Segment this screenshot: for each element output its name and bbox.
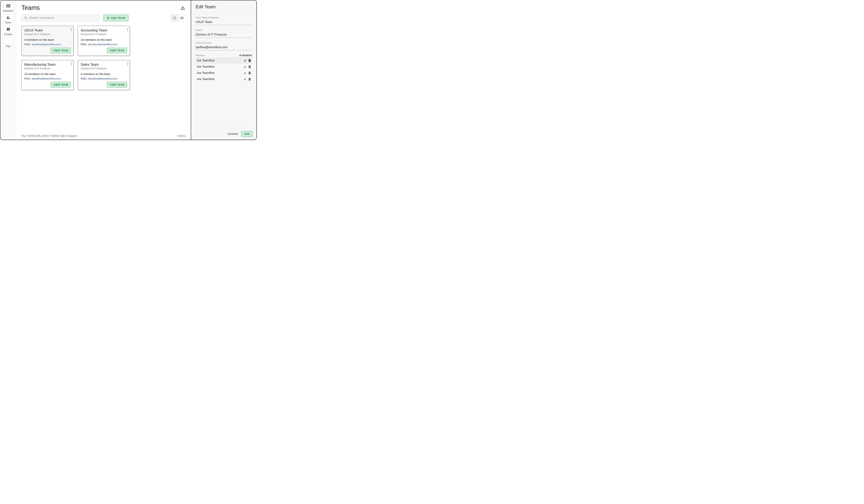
- cancel-button[interactable]: CANCEL: [228, 133, 239, 135]
- card-poc-email[interactable]: aliceflow@teamflow.com: [32, 77, 61, 80]
- trash-icon[interactable]: [248, 59, 251, 62]
- edit-icon[interactable]: [244, 59, 247, 62]
- member-row[interactable]: Joe Teamflow: [196, 70, 252, 76]
- search-icon: [24, 16, 27, 20]
- app-frame: Swimlanes Teams Contacts Orgs Teams: [0, 0, 257, 140]
- svg-point-34: [127, 62, 128, 63]
- view-list-button[interactable]: [178, 15, 185, 21]
- sector-input[interactable]: [196, 32, 252, 38]
- member-name: Joe Teamflow: [197, 59, 215, 62]
- trash-icon[interactable]: [248, 78, 251, 81]
- edit-icon[interactable]: [244, 72, 247, 74]
- card-menu-icon[interactable]: [127, 62, 128, 65]
- svg-point-14: [174, 16, 175, 17]
- view-team-button[interactable]: VIEW TEAM: [51, 48, 71, 53]
- svg-point-27: [71, 31, 72, 31]
- nav-item-teams[interactable]: Teams: [2, 14, 15, 24]
- poc-label: Point of Contact: [196, 41, 252, 44]
- member-row[interactable]: Joe Teamflow: [196, 64, 252, 70]
- nav-label: Teams: [5, 22, 11, 24]
- view-team-button[interactable]: VIEW TEAM: [51, 82, 71, 87]
- trash-icon[interactable]: [248, 72, 251, 74]
- view-toggle: [171, 15, 185, 21]
- team-card[interactable]: UI/UX Team Division of IT Products 4 mem…: [21, 26, 74, 56]
- card-menu-icon[interactable]: [127, 28, 128, 31]
- page-title: Teams: [21, 4, 40, 11]
- nav-label: Swimlanes: [3, 10, 13, 12]
- svg-rect-50: [249, 78, 250, 78]
- svg-rect-1: [8, 4, 9, 7]
- svg-rect-40: [249, 59, 251, 60]
- svg-point-4: [8, 16, 9, 17]
- card-menu-icon[interactable]: [71, 28, 72, 31]
- poc-input[interactable]: [196, 45, 252, 50]
- svg-point-26: [71, 29, 72, 30]
- team-name-input[interactable]: [196, 20, 252, 25]
- card-title: Manufacturing Team: [24, 62, 71, 67]
- card-subtitle: Division of IT Products: [24, 67, 71, 70]
- main-footer: Top = farthest left, bottom = farthest r…: [21, 133, 185, 137]
- svg-rect-44: [249, 65, 250, 66]
- team-cards-grid: UI/UX Team Division of IT Products 4 mem…: [21, 26, 185, 90]
- svg-point-21: [175, 19, 176, 19]
- card-poc-label: POC:: [24, 77, 32, 80]
- card-poc-label: POC:: [81, 77, 88, 80]
- add-member-label: MEMBER: [242, 54, 252, 57]
- field-team-name: Team Name (Required): [196, 16, 252, 25]
- svg-line-10: [26, 19, 27, 19]
- page-header: Teams: [21, 4, 185, 11]
- card-poc-label: POC:: [81, 43, 88, 46]
- svg-point-15: [175, 16, 176, 17]
- team-card[interactable]: Accounting Team Division of IT Products …: [78, 26, 130, 56]
- svg-point-6: [8, 29, 9, 29]
- card-subtitle: Division of IT Products: [81, 33, 127, 36]
- search-input-wrap[interactable]: [21, 14, 99, 21]
- nav-item-orgs[interactable]: Orgs: [2, 38, 15, 47]
- add-button[interactable]: ADD: [241, 131, 253, 137]
- team-card[interactable]: Sales Team Division of IT Products 4 mem…: [78, 60, 130, 90]
- member-row[interactable]: Joe Teamflow: [196, 76, 252, 82]
- view-grid-button[interactable]: [171, 15, 178, 21]
- svg-rect-7: [8, 28, 8, 28]
- card-poc: POC: aliceflow@teamflow.com: [81, 43, 127, 46]
- svg-rect-45: [249, 72, 251, 74]
- nav-item-contacts[interactable]: Contacts: [2, 26, 15, 36]
- card-poc-email[interactable]: aliceflow@teamflow.com: [88, 43, 117, 46]
- field-poc: Point of Contact: [196, 41, 252, 50]
- edit-team-panel: Edit Team Team Name (Required) Sector Po…: [191, 0, 256, 140]
- svg-point-28: [127, 28, 128, 29]
- svg-rect-42: [249, 66, 251, 68]
- card-members: 4 members on this team: [81, 73, 127, 76]
- card-poc-email[interactable]: aliceflow@teamflow.com: [88, 77, 117, 80]
- panel-title: Edit Team: [196, 4, 252, 10]
- card-poc-email[interactable]: aliceflow@teamflow.com: [32, 43, 61, 46]
- svg-rect-49: [249, 78, 251, 79]
- toolbar: ADD TEAM: [21, 14, 185, 21]
- view-team-button[interactable]: VIEW TEAM: [107, 82, 127, 87]
- member-row[interactable]: Joe Teamflow: [196, 57, 252, 64]
- trash-icon[interactable]: [248, 65, 251, 68]
- svg-point-3: [7, 16, 8, 17]
- svg-point-33: [71, 65, 72, 65]
- add-team-button[interactable]: ADD TEAM: [103, 15, 128, 21]
- search-input[interactable]: [29, 16, 97, 20]
- members-list: Joe Teamflow Joe Teamflow Joe Teamflow: [196, 57, 252, 82]
- card-subtitle: Division of IT Products: [24, 33, 71, 36]
- teams-icon: [3, 14, 13, 21]
- card-poc-label: POC:: [24, 43, 32, 46]
- team-card[interactable]: Manufacturing Team Division of IT Produc…: [21, 60, 74, 90]
- card-members: 4 members on this team: [24, 38, 71, 41]
- nav-item-swimlanes[interactable]: Swimlanes: [2, 3, 15, 12]
- download-icon[interactable]: [180, 5, 185, 11]
- svg-point-25: [71, 28, 72, 29]
- edit-icon[interactable]: [244, 78, 247, 81]
- edit-icon[interactable]: [244, 65, 247, 68]
- add-member-button[interactable]: MEMBER: [239, 54, 252, 57]
- view-team-button[interactable]: VIEW TEAM: [107, 48, 127, 53]
- card-menu-icon[interactable]: [71, 62, 72, 65]
- members-header: Members MEMBER: [196, 54, 252, 57]
- svg-rect-0: [7, 4, 7, 7]
- footer-hint: Top = farthest left, bottom = farthest r…: [21, 134, 77, 137]
- nav-label: Contacts: [4, 33, 12, 36]
- field-sector: Sector: [196, 29, 252, 38]
